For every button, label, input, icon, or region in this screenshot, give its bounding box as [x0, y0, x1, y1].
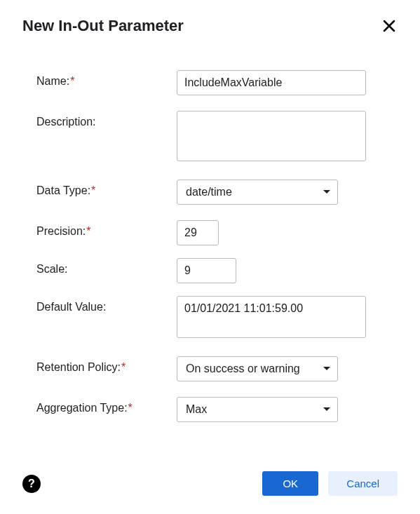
default-value-label: Default Value:	[36, 296, 177, 313]
scale-input[interactable]	[177, 258, 236, 283]
default-value-input[interactable]	[177, 296, 366, 338]
aggregation-type-label-text: Aggregation Type:	[36, 402, 128, 414]
scale-row: Scale:	[36, 258, 398, 283]
precision-row: Precision:*	[36, 220, 398, 245]
dialog-header: New In-Out Parameter	[22, 17, 398, 35]
description-row: Description:	[36, 111, 398, 164]
name-label-text: Name:	[36, 75, 69, 87]
required-indicator: *	[70, 75, 74, 87]
cancel-button[interactable]: Cancel	[328, 471, 398, 496]
scale-label: Scale:	[36, 258, 177, 276]
default-value-row: Default Value:	[36, 296, 398, 341]
data-type-select[interactable]: date/time	[177, 180, 338, 205]
required-indicator: *	[121, 361, 126, 373]
data-type-label: Data Type:*	[36, 180, 177, 197]
description-label: Description:	[36, 111, 177, 128]
data-type-row: Data Type:* date/time	[36, 180, 398, 205]
aggregation-type-row: Aggregation Type:* Max	[36, 397, 398, 422]
data-type-label-text: Data Type:	[36, 184, 90, 196]
name-row: Name:*	[36, 70, 398, 95]
precision-label: Precision:*	[36, 220, 177, 238]
precision-input[interactable]	[177, 220, 219, 245]
aggregation-type-value: Max	[186, 403, 207, 416]
retention-policy-select[interactable]: On success or warning	[177, 356, 338, 381]
retention-policy-value: On success or warning	[186, 363, 300, 375]
name-label: Name:*	[36, 70, 177, 88]
close-icon[interactable]	[381, 18, 398, 34]
aggregation-type-select[interactable]: Max	[177, 397, 338, 422]
ok-button[interactable]: OK	[262, 471, 318, 496]
retention-policy-label: Retention Policy:*	[36, 356, 177, 374]
precision-label-text: Precision:	[36, 225, 86, 237]
help-icon[interactable]: ?	[22, 475, 41, 493]
dialog-footer: ? OK Cancel	[22, 471, 398, 496]
retention-policy-row: Retention Policy:* On success or warning	[36, 356, 398, 381]
description-input[interactable]	[177, 111, 366, 161]
name-input[interactable]	[177, 70, 366, 95]
aggregation-type-label: Aggregation Type:*	[36, 397, 177, 414]
data-type-value: date/time	[186, 186, 232, 198]
retention-policy-label-text: Retention Policy:	[36, 361, 121, 373]
dialog-title: New In-Out Parameter	[22, 17, 184, 35]
required-indicator: *	[91, 184, 95, 196]
footer-buttons: OK Cancel	[262, 471, 398, 496]
required-indicator: *	[128, 402, 133, 414]
required-indicator: *	[86, 225, 90, 237]
new-in-out-parameter-dialog: New In-Out Parameter Name:* Description:…	[0, 0, 420, 454]
parameter-form: Name:* Description: Data Type:* date/tim…	[22, 70, 398, 422]
